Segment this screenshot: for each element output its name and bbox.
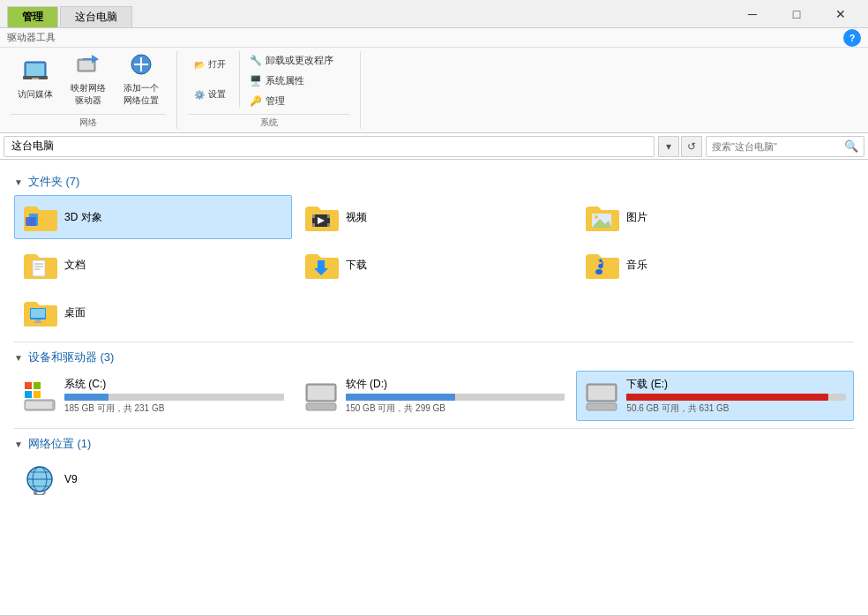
- titlebar-tabs: 管理 这台电脑: [7, 0, 732, 27]
- titlebar-controls: ─ □ ✕: [732, 0, 861, 28]
- drive-c-info: 系统 (C:) 185 GB 可用，共 231 GB: [64, 377, 284, 415]
- svg-rect-39: [306, 403, 336, 410]
- file-pane: ▼ 文件夹 (7) 3D 对象: [0, 160, 868, 615]
- minimize-button[interactable]: ─: [732, 0, 773, 28]
- tab-this-pc[interactable]: 这台电脑: [60, 6, 132, 27]
- svg-rect-34: [34, 391, 41, 398]
- drive-e-name: 下载 (E:): [626, 377, 846, 392]
- drive-c-bar-bg: [64, 394, 284, 401]
- open-label: 打开: [208, 58, 226, 71]
- devices-section-header[interactable]: ▼ 设备和驱动器 (3): [14, 349, 854, 365]
- svg-rect-28: [31, 309, 45, 318]
- access-media-button[interactable]: 访问媒体: [11, 51, 60, 108]
- drive-e-bar-bg: [626, 394, 846, 401]
- address-path[interactable]: 这台电脑: [4, 136, 655, 157]
- drive-item-c[interactable]: 系统 (C:) 185 GB 可用，共 231 GB: [14, 371, 292, 421]
- folder-name-pictures: 图片: [626, 210, 647, 225]
- drive-e-bar: [626, 394, 828, 401]
- network-section-header[interactable]: ▼ 网络位置 (1): [14, 436, 854, 452]
- network-item-v9[interactable]: V9: [14, 457, 155, 501]
- map-drive-button[interactable]: 映射网络驱动器: [64, 51, 113, 108]
- drive-c-size: 185 GB 可用，共 231 GB: [64, 402, 284, 415]
- folder-icon-desktop: [22, 297, 57, 328]
- svg-rect-1: [26, 64, 44, 76]
- svg-point-48: [34, 492, 37, 495]
- system-props-label: 系统属性: [266, 74, 304, 87]
- add-network-icon: [129, 52, 153, 80]
- folders-label: 文件夹 (7): [28, 174, 80, 190]
- maximize-button[interactable]: □: [776, 0, 817, 28]
- folder-item-downloads[interactable]: 下载: [296, 243, 573, 287]
- folders-section-header[interactable]: ▼ 文件夹 (7): [14, 174, 854, 190]
- drive-d-size: 150 GB 可用，共 299 GB: [346, 402, 565, 415]
- map-drive-label: 映射网络驱动器: [71, 82, 106, 107]
- drive-d-bar-bg: [346, 394, 565, 401]
- svg-rect-5: [79, 61, 94, 70]
- manage-button[interactable]: 🔑 管理: [243, 92, 349, 110]
- drive-c-bar: [64, 394, 108, 401]
- settings-button[interactable]: ⚙️ 设置: [188, 81, 232, 108]
- devices-arrow: ▼: [14, 353, 23, 363]
- ribbon-help-button[interactable]: ?: [843, 29, 861, 47]
- folders-grid: 3D 对象 视频: [14, 195, 854, 334]
- folder-item-desktop[interactable]: 桌面: [14, 290, 292, 334]
- folder-name-3d: 3D 对象: [64, 210, 102, 225]
- manage-label: 管理: [266, 94, 285, 108]
- folder-item-pictures[interactable]: 图片: [576, 195, 854, 239]
- drive-c-name: 系统 (C:): [64, 377, 284, 392]
- close-button[interactable]: ✕: [820, 0, 861, 28]
- svg-rect-17: [327, 223, 330, 227]
- manage-icon: 🔑: [250, 95, 262, 107]
- open-icon: 📂: [194, 60, 205, 70]
- address-controls: ▾ ↺: [658, 136, 702, 157]
- ribbon-driver-tools-label: 驱动器工具: [7, 31, 56, 44]
- drive-item-e[interactable]: 下载 (E:) 50.6 GB 可用，共 631 GB: [576, 371, 854, 421]
- folder-item-documents[interactable]: 文档: [14, 243, 292, 287]
- svg-rect-41: [588, 386, 615, 400]
- svg-rect-3: [32, 78, 39, 79]
- ribbon-top: 驱动器工具 ?: [0, 28, 868, 48]
- svg-rect-32: [34, 382, 41, 389]
- drive-d-info: 软件 (D:) 150 GB 可用，共 299 GB: [346, 377, 565, 415]
- access-media-label: 访问媒体: [18, 88, 53, 101]
- svg-point-26: [595, 269, 602, 274]
- add-network-button[interactable]: 添加一个网络位置: [116, 51, 166, 108]
- folder-item-music[interactable]: 音乐: [576, 243, 854, 287]
- folder-icon-pictures: [584, 201, 619, 233]
- svg-rect-14: [312, 214, 315, 218]
- settings-icon: ⚙️: [194, 90, 205, 100]
- folder-item-3d[interactable]: 3D 对象: [14, 195, 292, 239]
- svg-point-19: [595, 215, 598, 219]
- svg-rect-21: [33, 260, 45, 276]
- addressbar: 这台电脑 ▾ ↺ 🔍: [0, 133, 868, 160]
- address-refresh-button[interactable]: ↺: [681, 136, 702, 157]
- folder-item-video[interactable]: 视频: [296, 195, 573, 239]
- svg-rect-31: [25, 382, 32, 389]
- folder-name-downloads: 下载: [346, 258, 367, 273]
- drive-e-size: 50.6 GB 可用，共 631 GB: [626, 402, 846, 415]
- address-dropdown-button[interactable]: ▾: [658, 136, 679, 157]
- add-remove-icon: 🔧: [250, 55, 262, 66]
- devices-label: 设备和驱动器 (3): [28, 349, 115, 365]
- svg-rect-11: [26, 217, 36, 226]
- add-remove-programs-button[interactable]: 🔧 卸载或更改程序: [243, 51, 349, 70]
- search-box[interactable]: 🔍: [706, 136, 864, 157]
- tab-manage[interactable]: 管理: [7, 6, 58, 27]
- folder-name-desktop: 桌面: [64, 305, 86, 320]
- drive-icon-e: [584, 380, 619, 412]
- divider-2: [14, 428, 854, 429]
- search-input[interactable]: [712, 141, 841, 152]
- network-icon-v9: [22, 463, 57, 495]
- divider-1: [14, 342, 854, 342]
- ribbon-group-network: 访问媒体 映射网络驱动器: [0, 51, 177, 129]
- map-drive-icon: [76, 52, 101, 80]
- ribbon-system-stack: 🔧 卸载或更改程序 🖥️ 系统属性 🔑 管理: [243, 51, 349, 110]
- ribbon-system-content: 📂 打开 ⚙️ 设置 🔧 卸载或更改程序 🖥️: [188, 51, 349, 110]
- open-button[interactable]: 📂 打开: [188, 51, 232, 78]
- folders-arrow: ▼: [14, 177, 23, 187]
- ribbon: 驱动器工具 ? 访问媒体: [0, 28, 868, 133]
- main-content: ▼ 文件夹 (7) 3D 对象: [0, 160, 868, 615]
- drive-item-d[interactable]: 软件 (D:) 150 GB 可用，共 299 GB: [296, 371, 573, 421]
- system-properties-button[interactable]: 🖥️ 系统属性: [243, 71, 349, 90]
- titlebar: 管理 这台电脑 ─ □ ✕: [0, 0, 868, 28]
